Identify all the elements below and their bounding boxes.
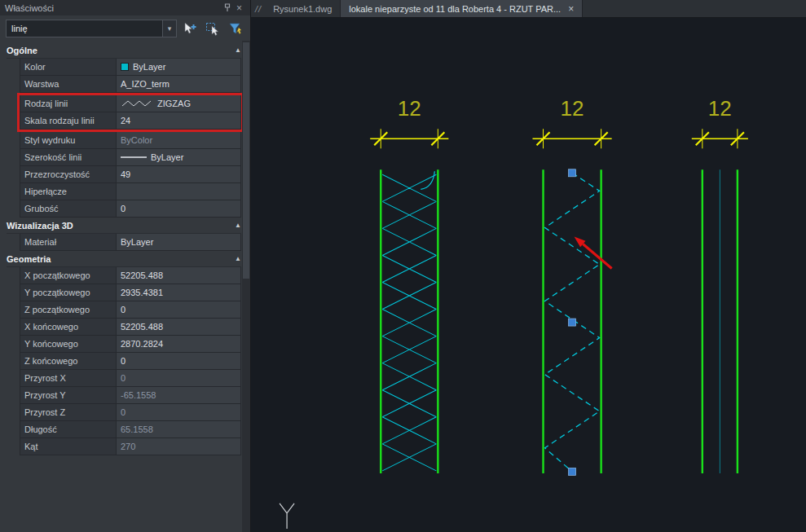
property-value-text: 52205.488: [121, 322, 163, 332]
property-row[interactable]: MateriałByLayer: [20, 234, 241, 251]
palette-title: Właściwości: [5, 3, 221, 13]
palette-titlebar[interactable]: Właściwości ×: [0, 0, 250, 15]
select-objects-button[interactable]: [203, 20, 222, 37]
property-label: Materiał: [20, 234, 117, 250]
property-value-text: -65.1558: [121, 390, 156, 400]
property-value-text: ByLayer: [151, 152, 183, 162]
property-label: Długość: [20, 421, 117, 437]
property-value-text: 0: [121, 373, 126, 383]
property-value[interactable]: 0: [117, 353, 240, 369]
quick-select-button[interactable]: [226, 20, 245, 37]
property-label: Szerokość linii: [20, 149, 117, 165]
property-value[interactable]: 0: [117, 404, 240, 420]
property-value-text: 0: [121, 407, 126, 417]
properties-grid: Ogólne▲KolorByLayerWarstwaA_IZO_termRodz…: [0, 41, 250, 532]
collapse-icon[interactable]: ▲: [235, 222, 241, 229]
section-header[interactable]: Wizualizacja 3D▲: [7, 218, 241, 234]
section-header[interactable]: Geometria▲: [7, 251, 241, 267]
autohide-pin-icon[interactable]: [221, 2, 233, 14]
property-value-text: 2870.2824: [121, 339, 163, 349]
panel-scrollbar[interactable]: [242, 41, 250, 532]
dimension-text[interactable]: 12: [561, 96, 584, 121]
property-value-text: 0: [121, 356, 126, 366]
grip-handle[interactable]: [569, 468, 576, 475]
property-value[interactable]: 0: [117, 370, 240, 386]
collapse-icon[interactable]: ▲: [235, 255, 241, 262]
section-header[interactable]: Ogólne▲: [7, 42, 241, 59]
property-label: Kolor: [20, 59, 117, 75]
tab-label: lokale nieparzyste od 11 dla Roberta 4 -…: [349, 4, 561, 14]
property-row[interactable]: Y końcowego2870.2824: [20, 336, 241, 353]
property-label: Przyrost X: [20, 370, 117, 386]
property-row[interactable]: X końcowego52205.488: [20, 319, 241, 336]
tab-close-icon[interactable]: ×: [568, 3, 574, 15]
property-value[interactable]: ByLayer: [117, 149, 240, 165]
chevron-down-icon[interactable]: ▾: [162, 20, 176, 37]
property-label: Warstwa: [20, 76, 117, 92]
property-value[interactable]: 0: [117, 200, 240, 217]
pickadd-toggle-button[interactable]: [180, 20, 200, 37]
document-tab[interactable]: Rysunek1.dwg: [265, 0, 341, 17]
property-label: Z początkowego: [20, 301, 117, 318]
drawing-area: // Rysunek1.dwglokale nieparzyste od 11 …: [251, 0, 806, 532]
document-tab[interactable]: lokale nieparzyste od 11 dla Roberta 4 -…: [341, 0, 583, 17]
property-value[interactable]: ByColor: [117, 132, 240, 148]
property-value[interactable]: 2870.2824: [117, 336, 240, 352]
property-row[interactable]: WarstwaA_IZO_term: [20, 76, 241, 93]
property-row[interactable]: Przyrost X0: [20, 370, 241, 387]
tab-overflow-icon[interactable]: //: [251, 0, 265, 17]
property-label: Z końcowego: [20, 353, 117, 369]
property-value-text: ZIGZAG: [157, 99, 191, 108]
property-label: Kąt: [20, 438, 117, 455]
property-row[interactable]: Przyrost Y-65.1558: [20, 387, 241, 404]
property-value[interactable]: ByLayer: [117, 234, 240, 250]
property-label: Przyrost Z: [20, 404, 117, 420]
property-value[interactable]: A_IZO_term: [117, 76, 240, 92]
property-row[interactable]: Grubość0: [20, 200, 241, 218]
scrollbar-thumb[interactable]: [243, 42, 249, 279]
property-row[interactable]: Y początkowego2935.4381: [20, 284, 241, 301]
property-row[interactable]: Rodzaj liniiZIGZAG: [20, 95, 241, 112]
property-value[interactable]: 49: [117, 166, 240, 182]
property-value-text: ByLayer: [121, 237, 153, 247]
drawing-canvas[interactable]: 121212: [251, 18, 806, 532]
property-row[interactable]: X początkowego52205.488: [20, 267, 241, 284]
grip-handle[interactable]: [569, 169, 576, 177]
property-value[interactable]: [117, 183, 240, 200]
dimension-text[interactable]: 12: [398, 96, 421, 121]
property-row[interactable]: Hiperłącze: [20, 183, 241, 200]
property-value[interactable]: 52205.488: [117, 319, 240, 335]
property-value[interactable]: -65.1558: [117, 387, 240, 403]
property-value[interactable]: 2935.4381: [117, 284, 240, 301]
property-value[interactable]: 24: [117, 112, 240, 129]
property-value[interactable]: 65.1558: [117, 421, 240, 437]
property-value-text: A_IZO_term: [121, 79, 170, 89]
property-label: Styl wydruku: [20, 132, 117, 148]
insulation-crosshatch[interactable]: [382, 174, 436, 471]
property-row[interactable]: Długość65.1558: [20, 421, 241, 438]
property-row[interactable]: Kąt270: [20, 438, 241, 455]
property-value[interactable]: 0: [117, 301, 240, 318]
property-value[interactable]: 270: [117, 438, 240, 455]
property-row[interactable]: Styl wydrukuByColor: [20, 132, 241, 149]
property-value[interactable]: ZIGZAG: [117, 95, 240, 112]
object-type-dropdown[interactable]: linię ▾: [6, 20, 177, 37]
collapse-icon[interactable]: ▲: [235, 46, 241, 54]
property-row[interactable]: Szerokość liniiByLayer: [20, 149, 241, 166]
property-row[interactable]: Z końcowego0: [20, 353, 241, 370]
property-value[interactable]: ByLayer: [117, 59, 240, 75]
property-row[interactable]: KolorByLayer: [20, 59, 241, 76]
close-icon[interactable]: ×: [233, 2, 245, 14]
property-value-text: 52205.488: [121, 270, 163, 280]
property-row[interactable]: Z początkowego0: [20, 301, 241, 319]
property-value[interactable]: 52205.488: [117, 267, 240, 284]
property-row[interactable]: Przezroczystość49: [20, 166, 241, 183]
grip-handle[interactable]: [569, 319, 576, 326]
section-title: Ogólne: [7, 46, 37, 55]
property-label: Grubość: [20, 200, 117, 217]
property-row[interactable]: Skala rodzaju linii24: [20, 112, 241, 130]
property-label: Y początkowego: [20, 284, 117, 301]
property-row[interactable]: Przyrost Z0: [20, 404, 241, 421]
dimension-text[interactable]: 12: [708, 96, 732, 121]
property-value-text: 270: [121, 442, 135, 451]
